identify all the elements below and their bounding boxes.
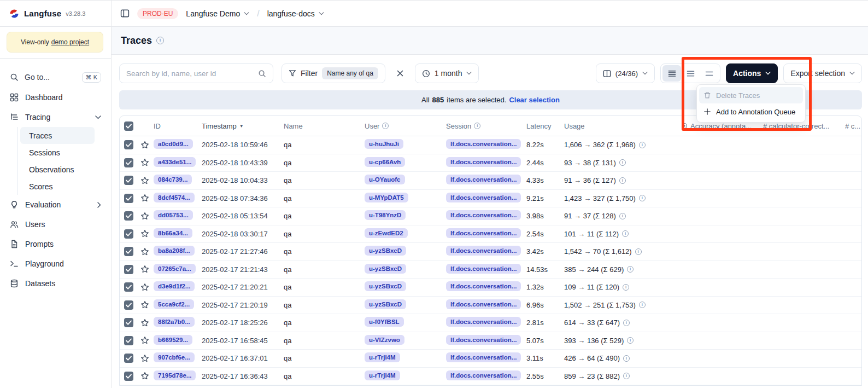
table-row[interactable]: 8dcf4574... 2025-02-18 07:34:36 qa u-MYp…: [120, 190, 861, 208]
select-all-checkbox[interactable]: [124, 121, 133, 131]
bookmark-star-icon[interactable]: [140, 141, 154, 149]
trace-id-badge[interactable]: d3e9d1f2...: [154, 281, 195, 291]
sidebar-toggle-icon[interactable]: [120, 9, 130, 18]
session-badge[interactable]: lf.docs.conversation...: [446, 139, 521, 149]
session-badge[interactable]: lf.docs.conversation...: [446, 299, 521, 309]
usage-info-icon[interactable]: i: [623, 355, 630, 362]
trace-id-badge[interactable]: dd05753...: [154, 210, 193, 220]
row-checkbox[interactable]: [124, 176, 133, 185]
user-badge[interactable]: u-yzSBxcD: [365, 299, 406, 309]
bookmark-star-icon[interactable]: [140, 194, 154, 202]
usage-info-icon[interactable]: i: [627, 337, 634, 344]
sidebar-item-sessions[interactable]: Sessions: [20, 144, 107, 161]
clear-filter-button[interactable]: [392, 63, 408, 83]
user-badge[interactable]: u-yzSBxcD: [365, 264, 406, 274]
table-row[interactable]: 88f2a7b0... 2025-02-17 18:25:26 qa u-f0Y…: [120, 314, 861, 332]
trace-id-badge[interactable]: 8b66a34...: [154, 228, 192, 238]
user-badge[interactable]: u-OYauofc: [365, 175, 405, 184]
info-icon[interactable]: i: [382, 123, 389, 129]
session-badge[interactable]: lf.docs.conversation...: [446, 175, 521, 184]
table-row[interactable]: a433de51... 2025-02-18 10:43:39 qa u-cp6…: [120, 154, 861, 172]
trace-id-badge[interactable]: 88f2a7b0...: [154, 317, 195, 327]
usage-info-icon[interactable]: i: [622, 230, 629, 237]
bookmark-star-icon[interactable]: [140, 336, 154, 345]
trace-id-badge[interactable]: a0cd0d9...: [154, 139, 193, 149]
usage-info-icon[interactable]: i: [619, 213, 626, 219]
sidebar-item-observations[interactable]: Observations: [20, 161, 107, 178]
sidebar-item-playground[interactable]: Playground: [4, 254, 107, 274]
column-header-accuracy[interactable]: Accuracy (annota...: [681, 122, 763, 130]
column-header-timestamp[interactable]: Timestamp▼: [202, 122, 284, 130]
menu-item-delete-traces[interactable]: Delete Traces: [699, 87, 803, 103]
column-header-name[interactable]: Name: [284, 122, 365, 130]
info-icon[interactable]: i: [156, 37, 164, 44]
table-row[interactable]: 8b66a34... 2025-02-18 03:30:17 qa u-zEwd…: [120, 225, 861, 244]
column-header-usage[interactable]: Usage: [564, 122, 681, 130]
table-row[interactable]: 07265c7a... 2025-02-17 21:21:43 qa u-yzS…: [120, 261, 861, 279]
bookmark-star-icon[interactable]: [140, 229, 154, 238]
sidebar-item-evaluation[interactable]: Evaluation: [4, 195, 107, 215]
org-selector[interactable]: Langfuse Demo: [186, 9, 249, 18]
row-checkbox[interactable]: [124, 211, 133, 221]
bookmark-star-icon[interactable]: [140, 318, 154, 327]
bookmark-star-icon[interactable]: [140, 283, 154, 292]
usage-info-icon[interactable]: i: [623, 284, 629, 291]
column-header-session[interactable]: Sessioni: [446, 122, 526, 130]
info-icon[interactable]: i: [474, 123, 480, 129]
bookmark-star-icon[interactable]: [140, 265, 154, 274]
row-height-medium-button[interactable]: [681, 65, 700, 82]
trace-id-badge[interactable]: b669529...: [154, 335, 192, 345]
session-badge[interactable]: lf.docs.conversation...: [446, 370, 521, 380]
user-badge[interactable]: u-cp66Avh: [365, 157, 405, 167]
session-badge[interactable]: lf.docs.conversation...: [446, 281, 521, 291]
row-checkbox[interactable]: [124, 300, 133, 310]
sidebar-item-dashboard[interactable]: Dashboard: [4, 88, 107, 107]
usage-info-icon[interactable]: i: [627, 266, 634, 273]
user-badge[interactable]: u-yzSBxcD: [365, 281, 406, 291]
table-row[interactable]: ba8a208f... 2025-02-17 21:27:46 qa u-yzS…: [120, 243, 861, 261]
row-checkbox[interactable]: [124, 354, 133, 363]
column-header-user[interactable]: Useri: [365, 122, 446, 130]
menu-item-add-to-annotation-queue[interactable]: Add to Annotation Queue: [699, 103, 803, 120]
sidebar-item-datasets[interactable]: Datasets: [4, 274, 107, 293]
search-input[interactable]: [126, 70, 254, 78]
user-badge[interactable]: u-VIZzvwo: [365, 335, 404, 345]
user-badge[interactable]: u-rTrjl4M: [365, 370, 400, 380]
column-header-id[interactable]: ID: [154, 122, 202, 130]
usage-info-icon[interactable]: i: [619, 159, 626, 166]
sidebar-item-traces[interactable]: Traces: [20, 127, 95, 144]
bookmark-star-icon[interactable]: [140, 158, 154, 167]
row-checkbox[interactable]: [124, 247, 133, 256]
table-row[interactable]: dd05753... 2025-02-18 05:13:54 qa u-T98Y…: [120, 207, 861, 225]
trace-id-badge[interactable]: 084c739...: [154, 175, 192, 184]
usage-info-icon[interactable]: i: [639, 302, 646, 308]
bookmark-star-icon[interactable]: [140, 372, 154, 380]
column-header-latency[interactable]: Latency: [526, 122, 564, 130]
column-header-clipped[interactable]: # c...: [845, 122, 861, 130]
table-row[interactable]: 7195d78e... 2025-02-17 16:36:43 qa u-rTr…: [120, 368, 861, 386]
row-checkbox[interactable]: [124, 140, 133, 149]
sidebar-item-tracing[interactable]: Tracing: [4, 107, 107, 127]
usage-info-icon[interactable]: i: [619, 177, 626, 184]
row-checkbox[interactable]: [124, 318, 133, 327]
session-badge[interactable]: lf.docs.conversation...: [446, 264, 521, 274]
search-icon[interactable]: [258, 70, 266, 78]
trace-id-badge[interactable]: 8dcf4574...: [154, 193, 195, 202]
row-checkbox[interactable]: [124, 282, 133, 292]
user-badge[interactable]: u-yzSBxcD: [365, 246, 406, 256]
user-badge[interactable]: u-T98YnzD: [365, 210, 406, 220]
row-checkbox[interactable]: [124, 372, 133, 381]
session-badge[interactable]: lf.docs.conversation...: [446, 317, 521, 327]
bookmark-star-icon[interactable]: [140, 354, 154, 363]
bookmark-star-icon[interactable]: [140, 176, 154, 185]
session-badge[interactable]: lf.docs.conversation...: [446, 157, 521, 167]
table-row[interactable]: a0cd0d9... 2025-02-18 10:59:46 qa u-huJh…: [120, 136, 861, 154]
trace-id-badge[interactable]: a433de51...: [154, 157, 196, 167]
session-badge[interactable]: lf.docs.conversation...: [446, 352, 521, 362]
table-row[interactable]: b669529... 2025-02-17 16:58:45 qa u-VIZz…: [120, 332, 861, 350]
row-height-compact-button[interactable]: [662, 65, 681, 82]
demo-project-link[interactable]: demo project: [51, 38, 89, 46]
table-row[interactable]: d3e9d1f2... 2025-02-17 21:20:21 qa u-yzS…: [120, 279, 861, 297]
user-badge[interactable]: u-zEwdED2: [365, 228, 408, 238]
session-badge[interactable]: lf.docs.conversation...: [446, 246, 521, 256]
